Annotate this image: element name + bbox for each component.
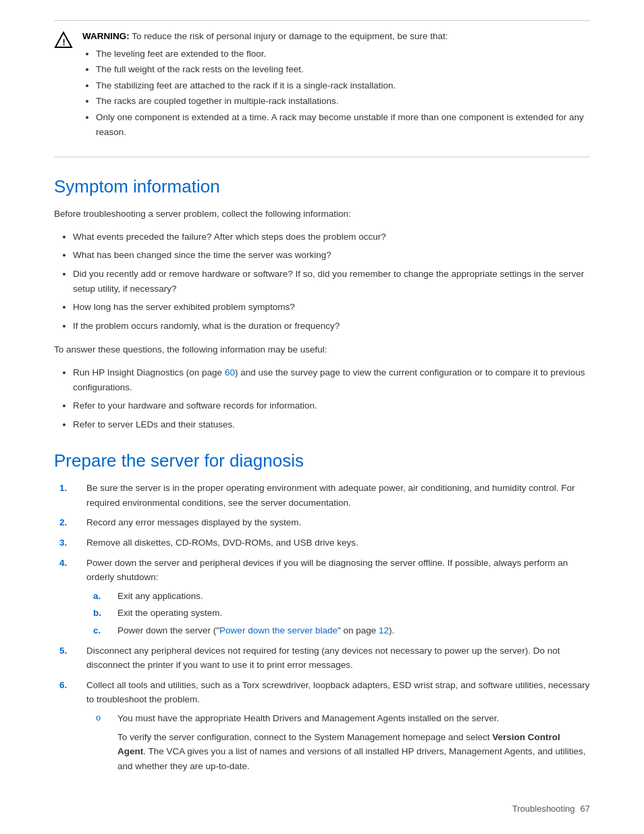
diagnosis-step-6-text: Collect all tools and utilities, such as… <box>86 680 590 705</box>
useful-bullets: Run HP Insight Diagnostics (on page 60) … <box>73 365 590 432</box>
warning-bullets: The leveling feet are extended to the fl… <box>96 47 590 140</box>
step-4c-after: " on page <box>338 625 379 635</box>
diagnosis-steps: Be sure the server is in the proper oper… <box>73 481 590 773</box>
diagnosis-step-6: Collect all tools and utilities, such as… <box>73 678 590 774</box>
warning-icon: ! <box>54 30 73 51</box>
diagnosis-step-6-sub: You must have the appropriate Health Dri… <box>105 711 590 773</box>
symptom-bullet-4: How long has the server exhibited proble… <box>73 300 590 315</box>
page-60-link[interactable]: 60 <box>225 367 235 377</box>
para-after: . The VCA gives you a list of names and … <box>117 746 586 771</box>
footer-text: Troubleshooting 67 <box>512 804 590 814</box>
diagnosis-step-4: Power down the server and peripheral dev… <box>73 556 590 638</box>
useful-bullet-1-before: Run HP Insight Diagnostics (on page <box>73 367 225 377</box>
diagnosis-step-4-text: Power down the server and peripheral dev… <box>86 558 568 583</box>
page: ! WARNING: To reduce the risk of persona… <box>0 0 644 834</box>
warning-bullet-4: The racks are coupled together in multip… <box>96 94 590 109</box>
circle-1-main: You must have the appropriate Health Dri… <box>117 713 499 723</box>
symptom-bullets: What events preceded the failure? After … <box>73 230 590 334</box>
diagnosis-step-5: Disconnect any peripheral devices not re… <box>73 644 590 673</box>
diagnosis-step-4a: Exit any applications. <box>105 589 590 604</box>
footer-left: Troubleshooting <box>512 804 575 814</box>
warning-intro: To reduce the risk of personal injury or… <box>132 31 448 41</box>
circle-1-para: To verify the server configuration, conn… <box>117 730 590 774</box>
svg-text:!: ! <box>63 37 65 47</box>
para-before: To verify the server configuration, conn… <box>117 732 492 742</box>
footer: Troubleshooting 67 <box>512 804 590 814</box>
symptom-intro: Before troubleshooting a server problem,… <box>54 207 590 221</box>
warning-bullet-1: The leveling feet are extended to the fl… <box>96 47 590 61</box>
diagnosis-step-4c: Power down the server ("Power down the s… <box>105 623 590 638</box>
warning-label: WARNING: <box>82 31 130 41</box>
warning-bullet-2: The full weight of the rack rests on the… <box>96 62 590 77</box>
diagnosis-step-1: Be sure the server is in the proper oper… <box>73 481 590 510</box>
step-4c-end: ). <box>389 625 394 635</box>
useful-bullet-1: Run HP Insight Diagnostics (on page 60) … <box>73 365 590 394</box>
symptom-bullet-2: What has been changed since the time the… <box>73 248 590 263</box>
step-4c-before: Power down the server (" <box>117 625 219 635</box>
symptom-bullet-1: What events preceded the failure? After … <box>73 230 590 244</box>
diagnosis-step-6-circle-1: You must have the appropriate Health Dri… <box>105 711 590 773</box>
power-down-link[interactable]: Power down the server blade <box>219 625 338 635</box>
page-12-link[interactable]: 12 <box>379 625 389 635</box>
warning-content: WARNING: To reduce the risk of personal … <box>82 29 590 149</box>
warning-bullet-3: The stabilizing feet are attached to the… <box>96 78 590 93</box>
footer-right: 67 <box>581 804 590 814</box>
symptom-section: Symptom information Before troubleshooti… <box>54 176 590 432</box>
useful-bullet-2: Refer to your hardware and software reco… <box>73 398 590 413</box>
symptom-bullet-5: If the problem occurs randomly, what is … <box>73 319 590 334</box>
symptom-title: Symptom information <box>54 176 590 197</box>
warning-box: ! WARNING: To reduce the risk of persona… <box>54 20 590 157</box>
diagnosis-step-2: Record any error messages displayed by t… <box>73 515 590 530</box>
diagnosis-step-4-sub: Exit any applications. Exit the operatin… <box>105 589 590 638</box>
diagnosis-step-3: Remove all diskettes, CD-ROMs, DVD-ROMs,… <box>73 536 590 550</box>
diagnosis-step-4b: Exit the operating system. <box>105 606 590 621</box>
diagnosis-title: Prepare the server for diagnosis <box>54 450 590 471</box>
useful-intro: To answer these questions, the following… <box>54 342 590 357</box>
warning-bullet-5: Only one component is extended at a time… <box>96 110 590 139</box>
useful-bullet-3: Refer to server LEDs and their statuses. <box>73 417 590 432</box>
diagnosis-section: Prepare the server for diagnosis Be sure… <box>54 450 590 773</box>
symptom-bullet-3: Did you recently add or remove hardware … <box>73 267 590 296</box>
